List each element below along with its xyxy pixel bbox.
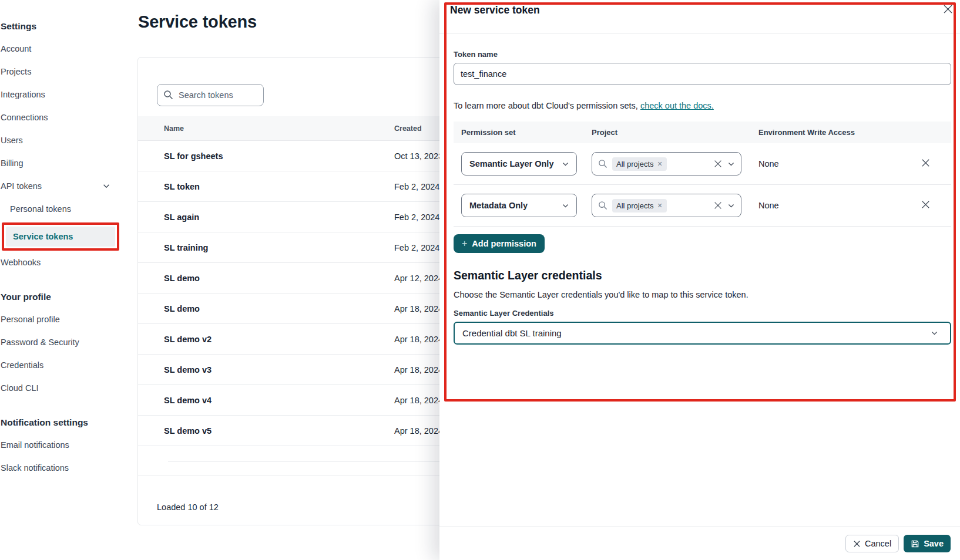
credentials-selected-value: Credential dbt SL training [462, 328, 562, 338]
close-icon [853, 540, 861, 548]
close-icon[interactable] [943, 4, 953, 16]
token-name-cell: SL demo v3 [164, 365, 394, 375]
project-multiselect[interactable]: All projects✕ [592, 152, 741, 176]
sidebar-spacer [1, 406, 130, 417]
docs-text: To learn more about dbt Cloud's permissi… [454, 101, 948, 110]
sidebar-item-cloud-cli[interactable]: Cloud CLI [1, 383, 130, 393]
token-name-cell: SL demo v5 [164, 426, 394, 436]
token-name-cell: SL demo v2 [164, 335, 394, 344]
token-name-cell: SL again [164, 212, 394, 222]
sidebar-item-personal-tokens[interactable]: Personal tokens [1, 204, 130, 214]
sidebar-item-connections[interactable]: Connections [1, 113, 130, 122]
docs-link[interactable]: check out the docs. [640, 101, 714, 110]
permission-set-select[interactable]: Metadata Only [461, 194, 577, 217]
chevron-down-icon [562, 202, 569, 210]
chevron-down-icon [727, 160, 735, 168]
sidebar-spacer [1, 281, 130, 292]
semantic-layer-credentials-heading: Semantic Layer credentials [454, 269, 948, 282]
permission-set-value: Semantic Layer Only [469, 159, 553, 168]
search-icon [163, 90, 173, 100]
column-permission-set: Permission set [461, 128, 592, 137]
column-project: Project [592, 128, 758, 137]
column-environment-write-access: Environment Write Access [758, 128, 902, 137]
semantic-layer-credentials-description: Choose the Semantic Layer credentials yo… [454, 290, 948, 299]
chip-remove-icon[interactable]: ✕ [657, 202, 663, 210]
permission-row: Semantic Layer Only All projects✕ None [454, 143, 951, 185]
token-name-cell: SL token [164, 182, 394, 191]
settings-sidebar: Settings Account Projects Integrations C… [0, 0, 130, 560]
permission-set-select[interactable]: Semantic Layer Only [461, 152, 577, 176]
search-icon [598, 159, 607, 168]
column-header-name: Name [164, 124, 394, 133]
remove-permission-icon[interactable] [921, 158, 930, 170]
new-service-token-drawer: New service token Token name To learn mo… [439, 0, 960, 560]
chevron-down-icon [727, 202, 735, 210]
sidebar-item-email-notifications[interactable]: Email notifications [1, 440, 130, 450]
remove-permission-icon[interactable] [921, 200, 930, 211]
sidebar-item-billing[interactable]: Billing [1, 158, 130, 168]
chevron-down-icon [102, 182, 110, 190]
sidebar-heading-notification-settings: Notification settings [1, 417, 130, 428]
permissions-table: Permission set Project Environment Write… [454, 122, 951, 227]
project-chip-label: All projects [616, 160, 654, 168]
save-disk-icon [911, 539, 919, 548]
clear-selection-icon[interactable] [714, 160, 722, 168]
project-chip: All projects✕ [612, 157, 667, 171]
semantic-layer-credentials-select[interactable]: Credential dbt SL training [454, 322, 951, 345]
sidebar-item-slack-notifications[interactable]: Slack notifications [1, 463, 130, 473]
save-button[interactable]: Save [904, 535, 951, 552]
cancel-label: Cancel [865, 539, 891, 548]
permission-row: Metadata Only All projects✕ None [454, 185, 951, 227]
write-access-value: None [758, 159, 902, 168]
clear-selection-icon[interactable] [714, 201, 722, 210]
sidebar-item-integrations[interactable]: Integrations [1, 90, 130, 99]
project-chip-label: All projects [616, 201, 654, 210]
permission-set-value: Metadata Only [469, 201, 528, 210]
drawer-header: New service token [439, 0, 960, 33]
save-label: Save [924, 539, 944, 548]
sidebar-item-api-tokens[interactable]: API tokens [1, 181, 130, 191]
search-tokens-field [157, 84, 264, 106]
chevron-down-icon [562, 160, 569, 168]
cancel-button[interactable]: Cancel [845, 535, 899, 552]
token-name-cell: SL demo [164, 304, 394, 313]
project-chip: All projects✕ [612, 199, 667, 212]
drawer-footer: Cancel Save [439, 527, 960, 560]
token-name-input[interactable] [454, 63, 951, 85]
drawer-body: Token name To learn more about dbt Cloud… [439, 50, 960, 345]
token-name-label: Token name [454, 50, 948, 59]
sidebar-item-service-tokens[interactable]: Service tokens [6, 227, 115, 247]
sidebar-item-credentials[interactable]: Credentials [1, 360, 130, 370]
sidebar-item-personal-profile[interactable]: Personal profile [1, 315, 130, 324]
sidebar-item-label: API tokens [1, 181, 42, 191]
sidebar-item-projects[interactable]: Projects [1, 67, 130, 76]
permissions-header: Permission set Project Environment Write… [454, 122, 951, 143]
token-name-cell: SL for gsheets [164, 151, 394, 161]
docs-text-prefix: To learn more about dbt Cloud's permissi… [454, 101, 640, 110]
sidebar-heading-your-profile: Your profile [1, 292, 130, 302]
sidebar-heading-settings: Settings [1, 21, 130, 32]
drawer-title: New service token [450, 4, 540, 16]
add-permission-button[interactable]: + Add permission [454, 234, 545, 253]
sidebar-item-users[interactable]: Users [1, 136, 130, 145]
chip-remove-icon[interactable]: ✕ [657, 160, 663, 168]
search-icon [598, 201, 607, 210]
sidebar-item-account[interactable]: Account [1, 44, 130, 53]
token-name-cell: SL demo [164, 274, 394, 283]
annotation-box-service-tokens: Service tokens [2, 222, 119, 251]
sidebar-item-webhooks[interactable]: Webhooks [1, 258, 130, 267]
chevron-down-icon [931, 329, 938, 337]
write-access-value: None [758, 201, 902, 210]
token-name-cell: SL demo v4 [164, 396, 394, 405]
token-name-cell: SL training [164, 243, 394, 252]
sidebar-item-password-security[interactable]: Password & Security [1, 338, 130, 347]
project-multiselect[interactable]: All projects✕ [592, 194, 741, 217]
plus-icon: + [462, 239, 467, 248]
semantic-layer-credentials-label: Semantic Layer Credentials [454, 309, 948, 318]
add-permission-label: Add permission [472, 239, 536, 248]
